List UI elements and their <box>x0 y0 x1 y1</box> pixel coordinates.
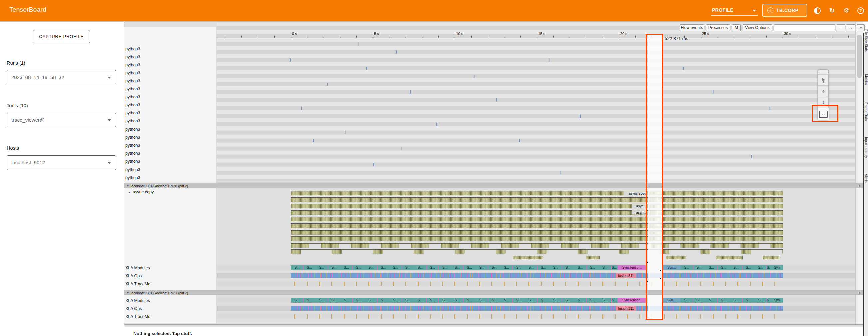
xla-module-segment[interactable]: S... <box>402 298 414 303</box>
xla-module-segment[interactable]: S... <box>717 298 730 303</box>
xla-module-segment[interactable]: S... <box>315 298 328 303</box>
xla-traceme-tick[interactable] <box>516 282 517 286</box>
trace-event-mark[interactable] <box>358 42 359 45</box>
async-copy-event-lane[interactable] <box>291 210 783 215</box>
xla-ops-fusion-event[interactable]: fusion.311 <box>616 273 636 278</box>
trace-event-mark[interactable] <box>410 91 411 94</box>
xla-traceme-tick[interactable] <box>405 282 406 286</box>
xla-module-segment[interactable]: S... <box>537 266 549 270</box>
xla-traceme-tick[interactable] <box>664 282 665 286</box>
async-copy-event-lane[interactable] <box>291 236 783 241</box>
xla-module-segment[interactable]: S... <box>315 266 328 270</box>
tools-select[interactable]: trace_viewer@ <box>7 113 116 127</box>
xla-module-segment[interactable]: S... <box>438 266 451 270</box>
tb-corp-badge[interactable]: i TB.CORP <box>762 4 807 17</box>
xla-module-segment[interactable]: S... <box>365 298 377 303</box>
trace-event-mark[interactable] <box>302 107 303 110</box>
find-prev-button[interactable]: ← <box>836 24 845 31</box>
xla-module-segment[interactable]: S... <box>377 266 390 270</box>
xla-module-segment[interactable]: S... <box>463 298 475 303</box>
xla-traceme-tick[interactable] <box>627 314 628 319</box>
xla-traceme-tick[interactable] <box>738 282 738 286</box>
xla-module-segment[interactable]: S... <box>463 266 475 270</box>
xla-module-segment[interactable]: S... <box>586 266 598 270</box>
view-options-button[interactable]: View Options <box>743 24 772 31</box>
xla-module-segment[interactable]: S... <box>717 266 730 270</box>
xla-module-segment[interactable]: S... <box>754 266 767 270</box>
xla-traceme-tick[interactable] <box>578 314 579 319</box>
xla-traceme-tick[interactable] <box>713 314 714 319</box>
xla-traceme-tick[interactable] <box>738 314 738 319</box>
xla-ops-fusion-event[interactable]: fusion.311 <box>616 306 636 311</box>
xla-traceme-tick[interactable] <box>615 314 616 319</box>
xla-module-segment[interactable]: SyncTensor... <box>617 266 647 270</box>
xla-traceme-tick[interactable] <box>319 282 320 286</box>
xla-traceme-tick[interactable] <box>701 282 702 286</box>
xla-module-segment[interactable]: S... <box>680 298 693 303</box>
xla-module-segment[interactable]: S... <box>562 266 574 270</box>
xla-traceme-tick[interactable] <box>405 314 406 319</box>
xla-module-segment[interactable]: S... <box>390 298 402 303</box>
xla-traceme-tick[interactable] <box>590 314 591 319</box>
xla-module-segment[interactable]: SyncTensor... <box>617 298 647 303</box>
trace-event-mark[interactable] <box>496 98 497 102</box>
xla-traceme-tick[interactable] <box>615 282 616 286</box>
async-copy-event-lane[interactable] <box>291 223 783 228</box>
trace-event-mark[interactable] <box>580 115 581 118</box>
xla-traceme-tick[interactable] <box>393 282 394 286</box>
xla-module-segment[interactable]: S... <box>730 266 742 270</box>
xla-traceme-tick[interactable] <box>762 314 763 319</box>
trace-event-mark[interactable] <box>474 74 475 78</box>
trace-event-mark[interactable] <box>769 107 770 110</box>
xla-traceme-tick[interactable] <box>418 314 419 319</box>
xla-module-segment[interactable]: S... <box>352 266 365 270</box>
xla-traceme-tick[interactable] <box>725 282 726 286</box>
refresh-icon[interactable]: ↻ <box>828 7 836 14</box>
async-copy-event-lane[interactable] <box>291 197 783 202</box>
find-next-button[interactable]: → <box>846 24 855 31</box>
trace-event-mark[interactable] <box>713 91 714 94</box>
xla-traceme-tick[interactable] <box>467 314 468 319</box>
xla-traceme-tick[interactable] <box>294 314 296 319</box>
close-icon[interactable]: x <box>859 291 861 295</box>
xla-traceme-tick[interactable] <box>368 282 369 286</box>
xla-traceme-tick[interactable] <box>590 282 591 286</box>
xla-traceme-tick[interactable] <box>516 314 517 319</box>
trace-event-mark[interactable] <box>327 82 328 86</box>
xla-module-segment[interactable]: S... <box>303 266 315 270</box>
xla-traceme-tick[interactable] <box>332 314 333 319</box>
brightness-icon[interactable] <box>814 7 821 14</box>
xla-traceme-tick[interactable] <box>602 314 603 319</box>
xla-traceme-tick[interactable] <box>454 282 455 286</box>
xla-traceme-tick[interactable] <box>442 282 443 286</box>
xla-traceme-tick[interactable] <box>393 314 394 319</box>
async-copy-event-lane[interactable] <box>291 191 783 195</box>
trace-event-mark[interactable] <box>683 67 684 70</box>
xla-module-segment[interactable]: S... <box>705 266 717 270</box>
trace-event-mark[interactable] <box>345 131 346 134</box>
xla-traceme-tick[interactable] <box>528 282 529 286</box>
xla-module-segment[interactable]: S... <box>549 266 562 270</box>
side-tab-input-latency[interactable]: Input Latency <box>864 137 868 158</box>
xla-traceme-tick[interactable] <box>565 314 566 319</box>
xla-module-segment[interactable]: Syn... <box>663 298 680 303</box>
xla-traceme-tick[interactable] <box>713 282 714 286</box>
side-tab-file-size-stats[interactable]: File Size Stats <box>864 29 868 52</box>
xla-module-segment[interactable]: S... <box>426 298 439 303</box>
xla-traceme-tick[interactable] <box>676 314 677 319</box>
xla-traceme-tick[interactable] <box>578 282 579 286</box>
xla-module-segment[interactable]: S... <box>451 266 463 270</box>
async-copy-event-lane[interactable] <box>291 249 783 254</box>
trace-event-mark[interactable] <box>436 123 437 126</box>
section-header-tpu0[interactable]: ▼ localhost_9012 /device:TPU:0 (pid 2) x <box>124 183 863 188</box>
xla-traceme-tick[interactable] <box>467 282 468 286</box>
processes-button[interactable]: Processes <box>706 24 730 31</box>
xla-traceme-tick[interactable] <box>332 282 333 286</box>
xla-module-segment[interactable]: S... <box>693 298 705 303</box>
xla-module-segment[interactable]: S... <box>574 298 586 303</box>
xla-traceme-tick[interactable] <box>491 282 492 286</box>
trace-event-mark[interactable] <box>560 171 561 174</box>
xla-module-segment[interactable]: S... <box>525 266 537 270</box>
xla-traceme-tick[interactable] <box>774 314 775 319</box>
xla-module-segment[interactable]: Syn... <box>663 266 680 270</box>
